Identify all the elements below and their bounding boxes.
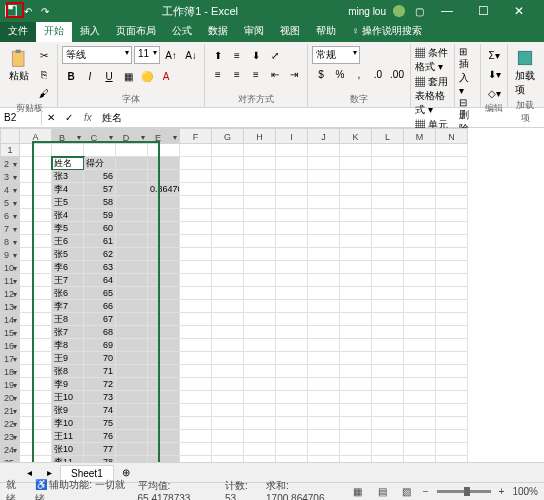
cell[interactable]	[404, 430, 436, 443]
cell[interactable]	[84, 144, 116, 157]
cell[interactable]	[116, 222, 148, 235]
cell[interactable]: 王8	[52, 313, 84, 326]
cell[interactable]	[436, 417, 468, 430]
align-center-icon[interactable]: ≡	[228, 65, 246, 83]
cell[interactable]	[436, 365, 468, 378]
cell[interactable]	[372, 313, 404, 326]
cell[interactable]	[436, 183, 468, 196]
cell[interactable]	[372, 326, 404, 339]
col-header[interactable]: C	[84, 128, 116, 144]
cell[interactable]: 68	[84, 326, 116, 339]
menu-layout[interactable]: 页面布局	[108, 22, 164, 42]
cell[interactable]	[404, 365, 436, 378]
font-size-select[interactable]: 11	[134, 46, 160, 64]
cell[interactable]	[276, 235, 308, 248]
cell[interactable]	[308, 352, 340, 365]
row-header[interactable]: 10	[0, 261, 20, 274]
cell[interactable]	[436, 378, 468, 391]
cell[interactable]	[244, 417, 276, 430]
cell[interactable]	[436, 222, 468, 235]
cell[interactable]	[20, 274, 52, 287]
cell[interactable]	[148, 222, 180, 235]
cell[interactable]	[276, 404, 308, 417]
cell[interactable]	[372, 287, 404, 300]
cell[interactable]	[340, 274, 372, 287]
cell[interactable]	[180, 313, 212, 326]
cell[interactable]	[340, 326, 372, 339]
cell[interactable]	[308, 235, 340, 248]
cell[interactable]	[212, 378, 244, 391]
cell[interactable]	[340, 378, 372, 391]
cell[interactable]	[20, 430, 52, 443]
cell[interactable]	[436, 339, 468, 352]
cell[interactable]	[116, 248, 148, 261]
cell[interactable]: 张7	[52, 326, 84, 339]
cell[interactable]	[212, 326, 244, 339]
cell[interactable]	[436, 404, 468, 417]
cell[interactable]	[372, 235, 404, 248]
cell[interactable]: 王9	[52, 352, 84, 365]
cell[interactable]	[340, 313, 372, 326]
decrease-font-icon[interactable]: A↓	[182, 46, 200, 64]
cell[interactable]	[244, 222, 276, 235]
cell[interactable]	[276, 300, 308, 313]
cell[interactable]	[340, 404, 372, 417]
cell[interactable]	[20, 222, 52, 235]
cell[interactable]	[244, 209, 276, 222]
cell[interactable]: 59	[84, 209, 116, 222]
cell[interactable]	[148, 391, 180, 404]
select-all-corner[interactable]	[0, 128, 20, 144]
cell[interactable]	[180, 326, 212, 339]
increase-font-icon[interactable]: A↑	[162, 46, 180, 64]
cell[interactable]	[20, 287, 52, 300]
cell[interactable]	[116, 326, 148, 339]
cell[interactable]	[340, 417, 372, 430]
cell[interactable]	[308, 313, 340, 326]
row-header[interactable]: 18	[0, 365, 20, 378]
row-header[interactable]: 22	[0, 417, 20, 430]
cell[interactable]	[340, 196, 372, 209]
cell[interactable]: 王11	[52, 430, 84, 443]
cell[interactable]	[340, 339, 372, 352]
cell[interactable]	[148, 417, 180, 430]
cell[interactable]	[436, 274, 468, 287]
row-header[interactable]: 4	[0, 183, 20, 196]
cell[interactable]	[308, 287, 340, 300]
cell[interactable]	[20, 144, 52, 157]
cell[interactable]	[180, 209, 212, 222]
cell[interactable]	[148, 430, 180, 443]
col-header[interactable]: L	[372, 128, 404, 144]
cell[interactable]	[148, 339, 180, 352]
cell[interactable]	[180, 404, 212, 417]
cell[interactable]	[212, 235, 244, 248]
cell[interactable]	[148, 365, 180, 378]
row-header[interactable]: 20	[0, 391, 20, 404]
cell[interactable]	[212, 209, 244, 222]
col-header[interactable]: F	[180, 128, 212, 144]
cell[interactable]: 李9	[52, 378, 84, 391]
cell[interactable]	[212, 352, 244, 365]
cell[interactable]	[20, 417, 52, 430]
cell[interactable]	[436, 391, 468, 404]
menu-help[interactable]: 帮助	[308, 22, 344, 42]
cell[interactable]	[340, 443, 372, 456]
cell[interactable]	[244, 183, 276, 196]
cell[interactable]	[372, 222, 404, 235]
cell[interactable]	[20, 196, 52, 209]
cell[interactable]	[404, 378, 436, 391]
row-header[interactable]: 7	[0, 222, 20, 235]
cell[interactable]	[212, 430, 244, 443]
cell[interactable]	[212, 365, 244, 378]
cell[interactable]: 王6	[52, 235, 84, 248]
row-header[interactable]: 13	[0, 300, 20, 313]
cell[interactable]	[372, 170, 404, 183]
cell[interactable]	[436, 352, 468, 365]
insert-cells-button[interactable]: ⊞ 插入 ▾	[459, 46, 476, 96]
cell[interactable]	[404, 196, 436, 209]
cell[interactable]	[436, 300, 468, 313]
cell[interactable]	[276, 157, 308, 170]
cell[interactable]	[372, 378, 404, 391]
copy-icon[interactable]: ⎘	[35, 65, 53, 83]
cell[interactable]	[212, 404, 244, 417]
cell[interactable]	[20, 391, 52, 404]
